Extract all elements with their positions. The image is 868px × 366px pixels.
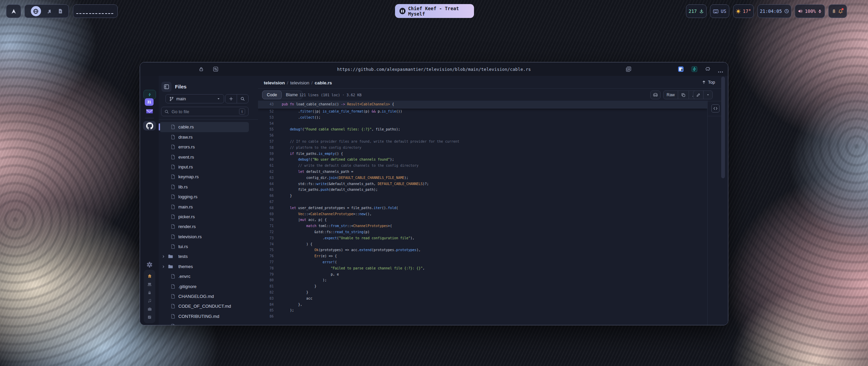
browser-menu-icon[interactable] [718,68,723,74]
file-tree-item[interactable]: themes [160,262,249,271]
pause-icon[interactable] [399,8,406,14]
browser-globe-icon[interactable] [31,6,41,16]
url-bar[interactable]: https://github.com/alexpasmantier/televi… [140,62,728,76]
launcher-button[interactable] [6,4,21,18]
file-tree-item[interactable]: CONTRIBUTING.md [160,311,249,321]
workspace-indicator[interactable] [73,4,118,18]
extensions-puzzle-icon[interactable] [705,66,710,73]
workspace-music-icon[interactable] [147,299,152,303]
file-tree-item[interactable]: event.rs [160,152,249,162]
copilot-button[interactable] [650,90,660,99]
file-tree-item[interactable]: .envrc [160,271,249,281]
line-number[interactable]: 43 [258,101,274,108]
pinned-tab-lightning[interactable] [143,90,156,99]
file-tree-item[interactable]: draw.rs [160,132,249,142]
workspace-home-icon[interactable] [147,274,152,278]
line-number[interactable]: 68 [258,205,274,211]
notifications-widget[interactable]: 8 [828,4,847,18]
workspace-lock-icon[interactable] [147,290,152,295]
updates-widget[interactable]: 217 [686,4,707,18]
file-tree-item[interactable]: keymap.rs [160,172,249,182]
music-note-icon[interactable] [47,9,52,14]
file-tree-item[interactable]: render.rs [160,222,249,231]
line-number[interactable]: 77 [258,259,274,265]
line-number[interactable]: 86 [258,313,274,320]
file-tree-item[interactable]: main.rs [160,202,249,212]
line-number[interactable]: 83 [258,296,274,302]
line-number[interactable]: 63 [258,175,274,181]
code-tab[interactable]: Code [262,90,282,99]
line-number[interactable]: 59 [258,151,274,157]
file-tree-item[interactable]: lib.rs [160,182,249,192]
file-tree-item[interactable] [160,120,249,122]
line-number[interactable]: 54 [258,121,274,127]
symbols-panel-button[interactable] [711,104,719,113]
document-icon[interactable] [58,8,63,14]
file-tree-item[interactable]: picker.rs [160,212,249,222]
line-number[interactable]: 64 [258,181,274,187]
workspace-memo-icon[interactable] [147,315,152,319]
raw-button[interactable]: Raw [664,91,678,99]
clock-widget[interactable]: 21:04:05 [757,4,791,18]
line-number[interactable]: 70 [258,217,274,223]
line-number[interactable]: 75 [258,247,274,253]
line-number[interactable]: 78 [258,265,274,271]
active-tab-github[interactable] [143,121,156,130]
line-number[interactable]: 74 [258,241,274,247]
file-tree-item[interactable]: tests [160,251,249,261]
file-tree-item[interactable]: errors.rs [160,142,249,152]
bookmarks-library-icon[interactable] [626,66,631,74]
media-player-widget[interactable]: Chief Keef - Treat Myself [395,4,474,18]
file-tree-item[interactable]: television.rs [160,232,249,242]
file-tree-item[interactable]: CHANGELOG.md [160,291,249,301]
workspace-laptop-icon[interactable] [147,282,152,286]
line-number[interactable]: 67 [258,199,274,205]
line-number[interactable]: 61 [258,163,274,169]
line-number[interactable]: 56 [258,133,274,139]
line-number[interactable]: 76 [258,253,274,259]
line-number[interactable]: 84 [258,302,274,308]
line-number[interactable]: 57 [258,139,274,145]
new-file-button[interactable] [225,95,237,103]
weather-widget[interactable]: 17° [733,4,754,18]
keyboard-layout-widget[interactable]: US [710,4,729,18]
line-number[interactable]: 85 [258,307,274,313]
line-number[interactable]: 79 [258,271,274,278]
line-number[interactable]: 82 [258,289,274,296]
scroll-to-top-link[interactable]: Top [702,80,715,85]
pinned-tab-calendar[interactable]: 31 [145,98,154,106]
pinned-tab-mail[interactable] [140,108,159,114]
line-number[interactable]: 62 [258,169,274,175]
file-tree-item[interactable]: tui.rs [160,242,249,251]
page-scrollbar-thumb[interactable] [721,77,725,178]
line-number[interactable]: 71 [258,223,274,229]
line-number[interactable]: 73 [258,235,274,241]
password-manager-extension-icon[interactable] [678,66,684,74]
go-to-file-input[interactable]: Go to file t [161,107,249,116]
file-tree-item[interactable]: input.rs [160,162,249,172]
file-tree-item[interactable]: .gitignore [160,282,249,291]
copy-raw-button[interactable] [678,91,689,99]
settings-gear-icon[interactable] [140,262,159,268]
collapse-file-tree-button[interactable] [161,82,172,92]
breadcrumb-repo[interactable]: television [264,80,285,85]
line-number[interactable]: 69 [258,211,274,217]
line-number[interactable]: 52 [258,108,274,115]
file-tree-item[interactable]: logging.rs [160,192,249,202]
line-number[interactable]: 55 [258,126,274,133]
line-number[interactable]: 60 [258,157,274,163]
lightning-extension-icon[interactable] [691,66,697,74]
branch-selector[interactable]: main [165,94,224,103]
line-number[interactable]: 66 [258,193,274,199]
file-tree-item[interactable] [160,321,249,325]
line-number[interactable]: 58 [258,145,274,151]
workspace-briefcase-icon[interactable] [147,307,152,311]
line-number[interactable]: 80 [258,277,274,283]
line-number[interactable]: 65 [258,187,274,193]
line-number[interactable]: 72 [258,229,274,235]
search-files-button[interactable] [237,95,248,103]
file-tree-item[interactable]: cable.rs [160,122,249,132]
edit-pencil-button[interactable] [693,91,703,99]
line-number[interactable]: 53 [258,115,274,121]
file-tree-item[interactable]: CODE_OF_CONDUCT.md [160,301,249,311]
